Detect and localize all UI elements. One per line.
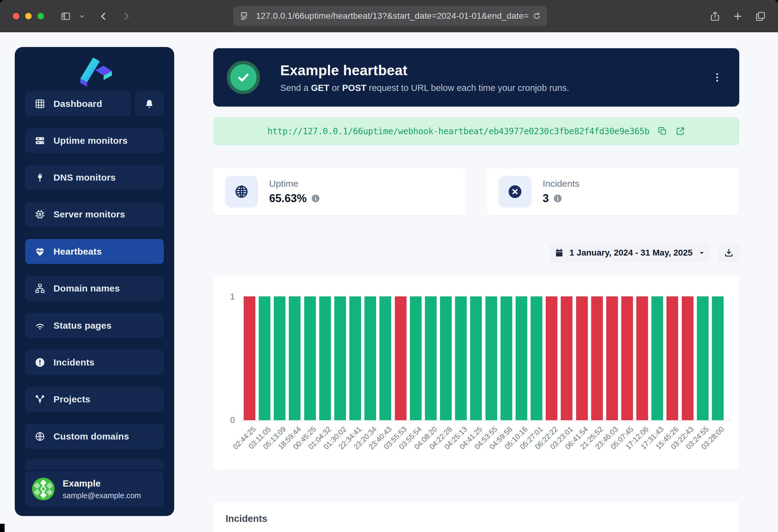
share-icon[interactable] bbox=[708, 9, 722, 23]
sidebar-item-label: Dashboard bbox=[54, 99, 102, 109]
heartbeat-bar-up[interactable] bbox=[651, 296, 663, 420]
sidebar-row-server-monitors: Server monitors bbox=[25, 202, 164, 227]
heartbeat-bar-down[interactable] bbox=[546, 296, 557, 420]
profile-card[interactable]: Example sample@example.com bbox=[25, 471, 164, 507]
uptime-label: Uptime bbox=[269, 178, 320, 189]
info-icon[interactable] bbox=[311, 194, 320, 203]
wifi-icon bbox=[34, 320, 46, 331]
heartbeat-bar-up[interactable] bbox=[289, 296, 301, 420]
tab-overview-icon[interactable] bbox=[754, 9, 768, 23]
heartbeat-bar-up[interactable] bbox=[712, 296, 724, 420]
heartbeat-bar-up[interactable] bbox=[304, 296, 316, 420]
sidebar-item-dashboard[interactable]: Dashboard bbox=[25, 91, 131, 116]
sidebar-item-label: Status pages bbox=[54, 320, 111, 331]
heartbeat-bar-down[interactable] bbox=[621, 296, 633, 420]
zoom-button[interactable] bbox=[37, 13, 44, 19]
heartbeat-bar-up[interactable] bbox=[380, 296, 391, 420]
back-icon[interactable] bbox=[96, 9, 110, 23]
close-button[interactable] bbox=[13, 13, 19, 19]
page-settings-icon[interactable] bbox=[239, 11, 249, 21]
heartbeat-bar-up[interactable] bbox=[410, 296, 421, 420]
grid-icon bbox=[34, 98, 46, 109]
download-button[interactable] bbox=[718, 243, 739, 262]
heartbeat-bar-down[interactable] bbox=[395, 296, 406, 420]
minimize-button[interactable] bbox=[25, 13, 32, 19]
sidebar-item-label: Projects bbox=[54, 394, 90, 405]
copy-icon[interactable] bbox=[657, 126, 668, 136]
sidebar-item-status-pages[interactable]: Status pages bbox=[25, 313, 164, 338]
webhook-url[interactable]: http://127.0.0.1/66uptime/webhook-heartb… bbox=[267, 126, 649, 137]
screen: 127.0.0.1/66uptime/heartbeat/13?&start_d… bbox=[0, 0, 778, 532]
heartbeat-bar-down[interactable] bbox=[606, 296, 618, 420]
new-tab-icon[interactable] bbox=[731, 9, 745, 23]
heartbeat-bar-up[interactable] bbox=[274, 296, 286, 420]
sidebar-row-projects: Projects bbox=[25, 387, 164, 412]
heartbeat-bar-up[interactable] bbox=[259, 296, 270, 420]
sidebar-item-label: Domain names bbox=[54, 283, 120, 294]
heartbeat-bar-up[interactable] bbox=[440, 296, 452, 420]
heartbeat-bar-up[interactable] bbox=[516, 296, 527, 420]
globe-icon bbox=[225, 176, 258, 208]
chevron-down-icon[interactable] bbox=[75, 9, 89, 23]
screenshot-artifact bbox=[0, 524, 5, 532]
external-link-icon[interactable] bbox=[675, 126, 685, 136]
sidebar-item-heartbeats[interactable]: Heartbeats bbox=[25, 239, 164, 264]
heart-pulse-icon bbox=[34, 246, 46, 257]
sidebar-item-domain-names[interactable]: Domain names bbox=[25, 276, 164, 301]
plug-icon bbox=[34, 172, 46, 183]
info-icon[interactable] bbox=[553, 194, 562, 203]
heartbeat-bar-down[interactable] bbox=[561, 296, 572, 420]
heartbeat-bar-up[interactable] bbox=[470, 296, 482, 420]
date-range-picker[interactable]: 1 January, 2024 - 31 May, 2025 bbox=[549, 243, 711, 262]
avatar bbox=[32, 478, 55, 500]
sidebar-item-server-monitors[interactable]: Server monitors bbox=[25, 202, 164, 227]
incidents-section: Incidents bbox=[213, 502, 739, 532]
sidebar-row-status-pages: Status pages bbox=[25, 313, 164, 338]
incidents-value: 3 bbox=[543, 192, 549, 205]
heartbeat-bar-down[interactable] bbox=[244, 296, 255, 420]
heartbeat-bar-down[interactable] bbox=[636, 296, 648, 420]
share-nodes-icon bbox=[34, 394, 46, 405]
notifications-button[interactable] bbox=[135, 91, 164, 116]
heartbeat-bar-down[interactable] bbox=[682, 296, 694, 420]
sidebar-item-uptime-monitors[interactable]: Uptime monitors bbox=[25, 128, 164, 153]
sidebar-toggle-icon[interactable] bbox=[59, 9, 73, 23]
app-logo-icon bbox=[15, 54, 174, 88]
url-text[interactable]: 127.0.0.1/66uptime/heartbeat/13?&start_d… bbox=[256, 11, 532, 21]
heartbeat-bar-up[interactable] bbox=[500, 296, 512, 420]
heartbeat-bar-up[interactable] bbox=[531, 296, 542, 420]
heartbeat-bar-up[interactable] bbox=[455, 296, 467, 420]
sidebar-item-custom-domains[interactable]: Custom domains bbox=[25, 424, 164, 449]
forward-icon[interactable] bbox=[119, 9, 133, 23]
sidebar-item-incidents[interactable]: Incidents bbox=[25, 350, 164, 375]
address-bar[interactable]: 127.0.0.1/66uptime/heartbeat/13?&start_d… bbox=[233, 6, 547, 26]
heartbeat-bar-down[interactable] bbox=[591, 296, 603, 420]
sidebar-item-dns-monitors[interactable]: DNS monitors bbox=[25, 165, 164, 190]
heartbeat-bar-up[interactable] bbox=[425, 296, 437, 420]
heartbeat-bar-down[interactable] bbox=[667, 296, 678, 420]
sidebar-item-label: Uptime monitors bbox=[54, 136, 128, 146]
heartbeat-bar-up[interactable] bbox=[349, 296, 361, 420]
heartbeat-bar-up[interactable] bbox=[365, 296, 376, 420]
cpu-icon bbox=[34, 209, 46, 220]
heartbeat-bar-up[interactable] bbox=[334, 296, 346, 420]
heartbeat-bar-down[interactable] bbox=[576, 296, 588, 420]
heartbeat-bar-up[interactable] bbox=[697, 296, 709, 420]
x-axis-line bbox=[238, 420, 732, 421]
page-subtitle: Send a GET or POST request to URL below … bbox=[280, 83, 709, 93]
sidebar-item-projects[interactable]: Projects bbox=[25, 387, 164, 412]
sidebar-item-label: Heartbeats bbox=[54, 246, 102, 257]
webhook-url-box: http://127.0.0.1/66uptime/webhook-heartb… bbox=[213, 117, 739, 145]
status-check-icon bbox=[227, 61, 260, 94]
more-options-button[interactable] bbox=[709, 69, 726, 86]
x-circle-icon bbox=[498, 176, 532, 208]
sidebar-item-partial[interactable] bbox=[25, 459, 164, 470]
y-axis-tick-1: 1 bbox=[223, 292, 235, 301]
reload-icon[interactable] bbox=[532, 11, 541, 21]
sidebar-item-label: Server monitors bbox=[54, 209, 125, 219]
caret-down-icon bbox=[698, 249, 705, 257]
globe-icon bbox=[34, 431, 46, 442]
heartbeat-bar-up[interactable] bbox=[485, 296, 497, 420]
alert-circle-icon bbox=[34, 357, 46, 368]
heartbeat-bar-up[interactable] bbox=[319, 296, 331, 420]
